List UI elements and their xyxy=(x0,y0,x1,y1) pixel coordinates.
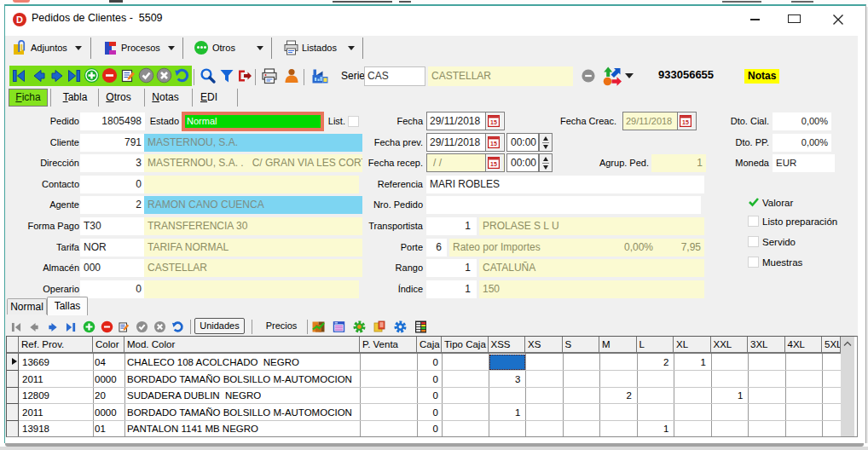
svg-text:15: 15 xyxy=(490,161,497,167)
svg-text:15: 15 xyxy=(490,140,497,146)
svg-text:15: 15 xyxy=(682,119,689,125)
svg-text:15: 15 xyxy=(490,119,497,125)
